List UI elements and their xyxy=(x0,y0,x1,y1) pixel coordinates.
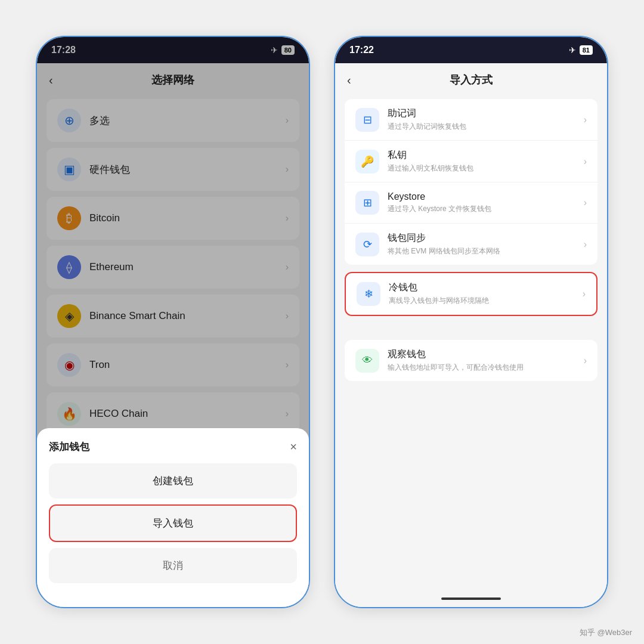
right-status-bar: 17:22 ✈ 81 xyxy=(335,37,607,63)
sheet-header: 添加钱包 × xyxy=(49,440,297,454)
import-section-watch: 👁 观察钱包 输入钱包地址即可导入，可配合冷钱包使用 › xyxy=(345,340,597,381)
import-icon-mnemonic: ⊟ xyxy=(355,108,379,132)
import-icon-keystore: ⊞ xyxy=(355,191,379,215)
import-item-title: 助记词 xyxy=(388,107,575,120)
right-page-header: ‹ 导入方式 xyxy=(335,63,607,94)
import-item-text: 钱包同步 将其他 EVM 网络钱包同步至本网络 xyxy=(388,232,575,256)
import-item-title: 私钥 xyxy=(388,149,575,162)
right-time: 17:22 xyxy=(349,45,374,55)
import-chevron-icon: › xyxy=(584,197,587,208)
right-page-title: 导入方式 xyxy=(450,73,493,87)
import-item-desc-cold: 离线导入钱包并与网络环境隔绝 xyxy=(389,296,574,306)
import-item-text: Keystore 通过导入 Keystore 文件恢复钱包 xyxy=(388,191,575,214)
import-item-text-watch: 观察钱包 输入钱包地址即可导入，可配合冷钱包使用 xyxy=(388,348,575,373)
import-item-title-watch: 观察钱包 xyxy=(388,348,575,361)
import-item-coldwallet[interactable]: ❄ 冷钱包 离线导入钱包并与网络环境隔绝 › xyxy=(346,273,596,315)
import-item-mnemonic[interactable]: ⊟ 助记词 通过导入助记词恢复钱包 › xyxy=(345,99,597,141)
right-home-indicator xyxy=(335,590,607,607)
import-icon-coldwallet: ❄ xyxy=(357,282,380,306)
left-phone: 17:28 ✈ 80 ‹ 选择网络 ⊕ 多选 › ▣ 硬件钱包 › ₿ Bitc… xyxy=(36,36,310,608)
import-item-desc-watch: 输入钱包地址即可导入，可配合冷钱包使用 xyxy=(388,363,575,373)
sheet-buttons: 创建钱包导入钱包→取消 xyxy=(49,463,297,583)
import-chevron-icon: › xyxy=(584,239,587,250)
import-item-title-cold: 冷钱包 xyxy=(389,281,574,294)
import-item-title: Keystore xyxy=(388,191,575,202)
right-back-button[interactable]: ‹ xyxy=(347,73,351,87)
import-item-keystore[interactable]: ⊞ Keystore 通过导入 Keystore 文件恢复钱包 › xyxy=(345,182,597,224)
import-item-desc: 将其他 EVM 网络钱包同步至本网络 xyxy=(388,246,575,256)
right-page-content: ‹ 导入方式 ⊟ 助记词 通过导入助记词恢复钱包 › 🔑 私钥 通过输入明文私钥… xyxy=(335,63,607,590)
import-item-text: 私钥 通过输入明文私钥恢复钱包 xyxy=(388,149,575,174)
import-item-text: 助记词 通过导入助记词恢复钱包 xyxy=(388,107,575,132)
import-item-desc: 通过导入助记词恢复钱包 xyxy=(388,122,575,132)
import-item-watchonly[interactable]: 👁 观察钱包 输入钱包地址即可导入，可配合冷钱包使用 › xyxy=(345,340,597,381)
right-status-icons: ✈ 81 xyxy=(569,45,593,55)
import-item-text-cold: 冷钱包 离线导入钱包并与网络环境隔绝 xyxy=(389,281,574,306)
right-battery: 81 xyxy=(580,45,593,55)
sheet-title: 添加钱包 xyxy=(49,440,89,454)
import-section-main: ⊟ 助记词 通过导入助记词恢复钱包 › 🔑 私钥 通过输入明文私钥恢复钱包 › … xyxy=(345,99,597,265)
cold-wallet-arrow: ↑ xyxy=(358,315,366,316)
sheet-close-button[interactable]: × xyxy=(290,440,297,454)
right-phone: 17:22 ✈ 81 ‹ 导入方式 ⊟ 助记词 通过导入助记词恢复钱包 › 🔑 … xyxy=(334,36,608,608)
import-chevron-icon: › xyxy=(584,156,587,167)
import-icon-privatekey: 🔑 xyxy=(355,150,379,174)
import-watch-chevron-icon: › xyxy=(584,355,587,366)
import-item-walletsync[interactable]: ⟳ 钱包同步 将其他 EVM 网络钱包同步至本网络 › xyxy=(345,224,597,265)
import-section-cold: ❄ 冷钱包 离线导入钱包并与网络环境隔绝 › ↑ xyxy=(345,272,597,316)
import-cold-chevron-icon: › xyxy=(583,289,586,299)
import-item-desc: 通过输入明文私钥恢复钱包 xyxy=(388,163,575,174)
import-item-privatekey[interactable]: 🔑 私钥 通过输入明文私钥恢复钱包 › xyxy=(345,141,597,182)
import-arrow-annotation: → xyxy=(36,514,37,533)
right-home-bar xyxy=(441,597,501,600)
right-airplane-icon: ✈ xyxy=(569,45,576,55)
import-item-title: 钱包同步 xyxy=(388,232,575,244)
import-wallet-button[interactable]: 导入钱包→ xyxy=(49,504,297,542)
cancel-button[interactable]: 取消 xyxy=(49,548,297,583)
bottom-sheet-overlay: 添加钱包 × 创建钱包导入钱包→取消 xyxy=(37,37,309,607)
import-chevron-icon: › xyxy=(584,114,587,125)
import-item-desc: 通过导入 Keystore 文件恢复钱包 xyxy=(388,204,575,214)
create-wallet-button[interactable]: 创建钱包 xyxy=(49,463,297,499)
import-icon-walletsync: ⟳ xyxy=(355,233,379,256)
bottom-sheet: 添加钱包 × 创建钱包导入钱包→取消 xyxy=(37,428,309,607)
import-list: ⊟ 助记词 通过导入助记词恢复钱包 › 🔑 私钥 通过输入明文私钥恢复钱包 › … xyxy=(335,94,607,590)
import-icon-watchonly: 👁 xyxy=(355,349,379,373)
watermark: 知乎 @Web3er xyxy=(580,627,632,638)
